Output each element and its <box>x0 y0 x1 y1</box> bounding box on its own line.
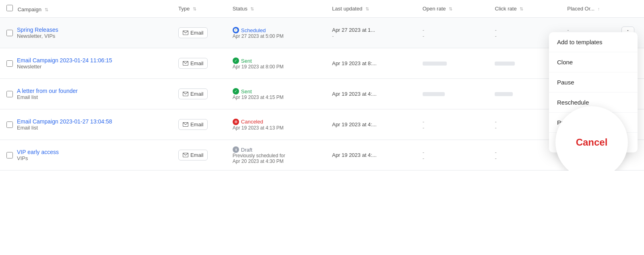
row-checkbox[interactable] <box>6 60 13 67</box>
status-date: Apr 19 2023 at 4:13 PM <box>233 125 319 131</box>
campaign-cell: VIP early access VIPs <box>0 140 172 171</box>
table-row: Email Campaign 2023-01-24 11:06:15 Newsl… <box>0 48 644 79</box>
campaign-cell: Email Campaign 2023-01-24 11:06:15 Newsl… <box>0 48 172 79</box>
actions-column-header <box>615 0 644 18</box>
campaign-sub: VIPs <box>17 155 28 161</box>
table-row: Spring Releases Newsletter, VIPs Email <box>0 18 644 48</box>
table-body: Spring Releases Newsletter, VIPs Email <box>0 18 644 171</box>
sent-icon: ✓ <box>233 88 239 95</box>
last-updated-cell: Apr 19 2023 at 4:... <box>326 79 416 109</box>
status-cell: ✓ Sent Apr 19 2023 at 4:15 PM <box>226 79 326 109</box>
open-rate-column-header: Open rate ⇅ <box>416 0 489 18</box>
row-checkbox[interactable] <box>6 152 13 158</box>
campaign-cell: Email Campaign 2023-01-27 13:04:58 Email… <box>0 109 172 140</box>
last-updated-cell: Apr 19 2023 at 8:... <box>326 48 416 79</box>
campaign-name-link[interactable]: Email Campaign 2023-01-24 11:06:15 <box>17 57 112 64</box>
status-cell: ⊗ Canceled Apr 19 2023 at 4:13 PM <box>226 109 326 140</box>
campaign-name-link[interactable]: VIP early access <box>17 149 59 155</box>
open-rate-sort-icon[interactable]: ⇅ <box>449 6 452 12</box>
status-cell: 🕐 Scheduled Apr 27 2023 at 5:00 PM <box>226 18 326 48</box>
status-badge: ⊗ Canceled <box>233 119 263 125</box>
cancel-button[interactable]: Cancel <box>576 137 608 148</box>
email-icon <box>183 122 188 127</box>
open-rate-cell: - - <box>416 18 489 48</box>
status-cell: ✓ Sent Apr 19 2023 at 8:00 PM <box>226 48 326 79</box>
campaigns-table-container: Campaign ⇅ Type ⇅ Status ⇅ Last updated … <box>0 0 644 171</box>
status-date: Apr 19 2023 at 4:15 PM <box>233 95 319 100</box>
placed-orders-column-header: Placed Or... ↑ <box>561 0 615 18</box>
clone-item[interactable]: Clone <box>549 52 638 72</box>
last-updated-sort-icon[interactable]: ⇅ <box>365 6 369 12</box>
status-date: Apr 19 2023 at 8:00 PM <box>233 64 319 70</box>
type-badge: Email <box>178 150 208 160</box>
table-header: Campaign ⇅ Type ⇅ Status ⇅ Last updated … <box>0 0 644 18</box>
last-updated-cell: Apr 19 2023 at 4:... <box>326 140 416 171</box>
campaign-sub: Email list <box>17 125 38 131</box>
canceled-icon: ⊗ <box>233 119 239 125</box>
campaign-column-header: Campaign <box>18 6 41 12</box>
last-updated-cell: Apr 19 2023 at 4:... <box>326 109 416 140</box>
last-updated-column-header: Last updated ⇅ <box>326 0 416 18</box>
type-column-header: Type ⇅ <box>172 0 226 18</box>
open-rate-cell: - - <box>416 140 489 171</box>
type-cell: Email <box>172 48 226 79</box>
scheduled-icon: 🕐 <box>233 27 239 33</box>
campaign-cell: Spring Releases Newsletter, VIPs <box>0 18 172 48</box>
campaigns-table: Campaign ⇅ Type ⇅ Status ⇅ Last updated … <box>0 0 644 171</box>
campaign-name-link[interactable]: Spring Releases <box>17 27 58 33</box>
status-date: Apr 27 2023 at 5:00 PM <box>233 33 319 39</box>
email-icon <box>183 92 188 96</box>
campaign-name-link[interactable]: Email Campaign 2023-01-27 13:04:58 <box>17 118 112 125</box>
status-cell: ⏸ Draft Previously scheduled for Apr 20 … <box>226 140 326 171</box>
last-updated-cell: Apr 27 2023 at 1... - <box>326 18 416 48</box>
campaign-sub: Newsletter <box>17 64 41 70</box>
click-rate-sort-icon[interactable]: ⇅ <box>520 6 523 12</box>
email-icon <box>183 61 188 66</box>
add-to-templates-item[interactable]: Add to templates <box>549 32 638 52</box>
status-badge: ✓ Sent <box>233 88 252 95</box>
status-badge: 🕐 Scheduled <box>233 27 266 33</box>
status-column-header: Status ⇅ <box>226 0 326 18</box>
select-all-header: Campaign ⇅ <box>0 0 172 18</box>
row-checkbox[interactable] <box>6 30 13 36</box>
type-cell: Email <box>172 109 226 140</box>
click-rate-column-header: Click rate ⇅ <box>488 0 561 18</box>
open-rate-cell <box>416 79 489 109</box>
email-icon <box>183 31 188 35</box>
open-rate-cell <box>416 48 489 79</box>
type-badge: Email <box>178 119 208 130</box>
draft-icon: ⏸ <box>233 146 239 153</box>
campaign-cell: A letter from our founder Email list <box>0 79 172 109</box>
type-badge: Email <box>178 88 208 99</box>
email-icon <box>183 153 188 157</box>
status-sort-icon[interactable]: ⇅ <box>250 6 254 12</box>
status-badge: ✓ Sent <box>233 58 252 64</box>
campaign-name-link[interactable]: A letter from our founder <box>17 88 78 94</box>
open-rate-cell: - - <box>416 109 489 140</box>
type-cell: Email <box>172 79 226 109</box>
sent-icon: ✓ <box>233 58 239 64</box>
status-date-line1: Previously scheduled for <box>233 153 319 158</box>
campaign-sub: Email list <box>17 94 38 100</box>
pause-item[interactable]: Pause <box>549 72 638 93</box>
row-checkbox[interactable] <box>6 91 13 97</box>
type-sort-icon[interactable]: ⇅ <box>193 6 196 12</box>
table-row: Email Campaign 2023-01-27 13:04:58 Email… <box>0 109 644 140</box>
row-checkbox[interactable] <box>6 121 13 128</box>
campaign-sort-icon[interactable]: ⇅ <box>45 7 48 12</box>
type-cell: Email <box>172 18 226 48</box>
type-badge: Email <box>178 27 208 38</box>
type-cell: Email <box>172 140 226 171</box>
campaign-sub: Newsletter, VIPs <box>17 33 55 39</box>
select-all-checkbox[interactable] <box>6 5 13 11</box>
type-badge: Email <box>178 58 208 69</box>
table-row: A letter from our founder Email list Ema… <box>0 79 644 109</box>
status-date-line2: Apr 20 2023 at 4:30 PM <box>233 158 319 164</box>
table-row: VIP early access VIPs Email <box>0 140 644 171</box>
placed-orders-sort-icon[interactable]: ↑ <box>598 6 600 11</box>
status-badge: ⏸ Draft <box>233 146 252 153</box>
